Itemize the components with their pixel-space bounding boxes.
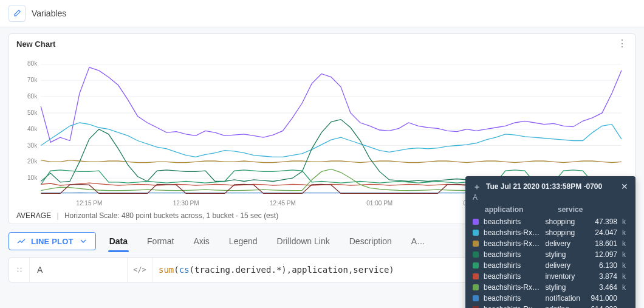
svg-point-24 bbox=[17, 271, 18, 272]
legend-unit: k bbox=[622, 217, 628, 226]
legend-row[interactable]: beachshirts-RxJavashopping24.047k bbox=[473, 227, 628, 238]
legend-svc: delivery bbox=[546, 239, 581, 248]
legend-unit: k bbox=[622, 239, 628, 248]
legend-unit: k bbox=[622, 261, 628, 270]
query-name[interactable]: A bbox=[30, 258, 127, 282]
svg-text:20k: 20k bbox=[27, 158, 38, 165]
legend-value: 3.874 bbox=[586, 272, 617, 281]
legend-unit: k bbox=[622, 250, 628, 259]
legend-value: 24.047 bbox=[586, 228, 617, 237]
svg-text:10k: 10k bbox=[27, 174, 38, 181]
legend-app: beachshirts bbox=[484, 217, 541, 226]
legend-app: beachshirts bbox=[484, 272, 541, 281]
pencil-icon bbox=[13, 9, 21, 18]
series-line bbox=[41, 160, 622, 163]
legend-app: beachshirts-RxJava bbox=[484, 283, 541, 292]
legend-swatch bbox=[473, 219, 479, 225]
svg-text:12:30 PM: 12:30 PM bbox=[173, 200, 199, 207]
query-token-arg3: service bbox=[353, 265, 389, 275]
tab-legend[interactable]: Legend bbox=[228, 230, 259, 252]
chart-title: New Chart bbox=[16, 39, 55, 49]
legend-app: beachshirts bbox=[484, 261, 541, 270]
legend-row[interactable]: beachshirtsshopping47.398k bbox=[473, 216, 628, 227]
aggregation-label: AVERAGE bbox=[16, 211, 51, 220]
legend-swatch bbox=[473, 252, 479, 258]
legend-svc: styling bbox=[546, 250, 581, 259]
tooltip-source: A bbox=[473, 193, 628, 202]
legend-svc: delivery bbox=[546, 261, 581, 270]
legend-value: 47.398 bbox=[586, 217, 617, 226]
chart-type-label: LINE PLOT bbox=[31, 237, 74, 246]
tooltip-col-app: application bbox=[485, 205, 558, 214]
legend-app: beachshirts bbox=[484, 294, 541, 303]
legend-app: beachshirts bbox=[484, 250, 541, 259]
legend-row[interactable]: beachshirts-RxJavaprinting614.000 bbox=[473, 304, 628, 308]
legend-unit: k bbox=[622, 228, 628, 237]
chart-menu-button[interactable]: ⋮ bbox=[617, 39, 628, 49]
edit-variables-button[interactable] bbox=[9, 5, 26, 22]
tab-axis[interactable]: Axis bbox=[192, 230, 210, 252]
drag-handle[interactable] bbox=[9, 258, 30, 282]
legend-value: 6.130 bbox=[586, 261, 617, 270]
legend-value: 18.601 bbox=[586, 239, 617, 248]
legend-unit: k bbox=[622, 272, 628, 281]
legend-app: beachshirts-RxJava bbox=[484, 239, 541, 248]
svg-text:40k: 40k bbox=[27, 126, 38, 132]
variables-label: Variables bbox=[32, 9, 66, 18]
legend-swatch bbox=[473, 273, 479, 279]
svg-text:12:15 PM: 12:15 PM bbox=[76, 200, 102, 207]
legend-unit: k bbox=[622, 283, 628, 292]
svg-text:70k: 70k bbox=[27, 77, 38, 83]
legend-row[interactable]: beachshirtsdelivery6.130k bbox=[473, 260, 628, 271]
legend-swatch bbox=[473, 230, 479, 236]
svg-text:01:00 PM: 01:00 PM bbox=[366, 200, 392, 207]
tooltip-col-svc: service bbox=[558, 205, 628, 214]
tab-format[interactable]: Format bbox=[146, 230, 175, 252]
svg-text:60k: 60k bbox=[27, 93, 38, 100]
series-line bbox=[41, 123, 622, 157]
hover-tooltip: ＋ Tue Jul 21 2020 01:33:58PM -0700 ✕ A a… bbox=[465, 176, 635, 308]
svg-text:30k: 30k bbox=[27, 142, 38, 149]
line-chart-icon bbox=[16, 236, 26, 246]
query-token-fn2: cs bbox=[179, 265, 190, 275]
query-token-arg2: application bbox=[292, 265, 348, 275]
legend-row[interactable]: beachshirtsinventory3.874k bbox=[473, 271, 628, 282]
legend-svc: inventory bbox=[546, 272, 581, 281]
svg-point-25 bbox=[20, 271, 21, 272]
series-line bbox=[41, 67, 622, 142]
svg-point-22 bbox=[17, 268, 18, 269]
legend-value: 3.464 bbox=[586, 283, 617, 292]
chart-type-selector[interactable]: LINE PLOT bbox=[9, 232, 96, 250]
legend-row[interactable]: beachshirtsstyling12.097k bbox=[473, 249, 628, 260]
tab-data[interactable]: Data bbox=[108, 230, 129, 252]
legend-row[interactable]: beachshirts-RxJavastyling3.464k bbox=[473, 282, 628, 293]
chevron-down-icon bbox=[78, 236, 88, 246]
series-line bbox=[41, 120, 622, 182]
legend-swatch bbox=[473, 262, 479, 269]
svg-text:12:45 PM: 12:45 PM bbox=[270, 200, 296, 207]
legend-value: 941.000 bbox=[586, 294, 617, 303]
tooltip-expand-button[interactable]: ＋ bbox=[473, 182, 481, 191]
query-token-fn: sum bbox=[159, 265, 174, 275]
legend-svc: shopping bbox=[546, 228, 581, 237]
legend-app: beachshirts-RxJava bbox=[484, 228, 541, 237]
svg-text:80k: 80k bbox=[27, 60, 38, 67]
legend-swatch bbox=[473, 284, 479, 290]
legend-app: beachshirts-RxJava bbox=[484, 305, 541, 308]
query-token-arg1: tracing.derived.* bbox=[194, 265, 281, 275]
code-toggle[interactable]: </> bbox=[127, 258, 152, 282]
tab-drilldown-link[interactable]: Drilldown Link bbox=[276, 230, 331, 252]
legend-value: 12.097 bbox=[586, 250, 617, 259]
legend-swatch bbox=[473, 241, 479, 247]
scale-label: Horizontal Scale: 480 point buckets acro… bbox=[64, 211, 278, 220]
legend-row[interactable]: beachshirts-RxJavadelivery18.601k bbox=[473, 238, 628, 249]
legend-value: 614.000 bbox=[586, 305, 617, 308]
tooltip-close-button[interactable]: ✕ bbox=[621, 182, 628, 191]
legend-svc: styling bbox=[546, 283, 581, 292]
legend-row[interactable]: beachshirtsnotification941.000 bbox=[473, 293, 628, 304]
legend-svc: shopping bbox=[546, 217, 581, 226]
tab-description[interactable]: Description bbox=[348, 230, 393, 252]
legend-svc: notification bbox=[546, 294, 581, 303]
tab-a-[interactable]: A… bbox=[410, 230, 426, 252]
svg-point-23 bbox=[20, 268, 21, 269]
